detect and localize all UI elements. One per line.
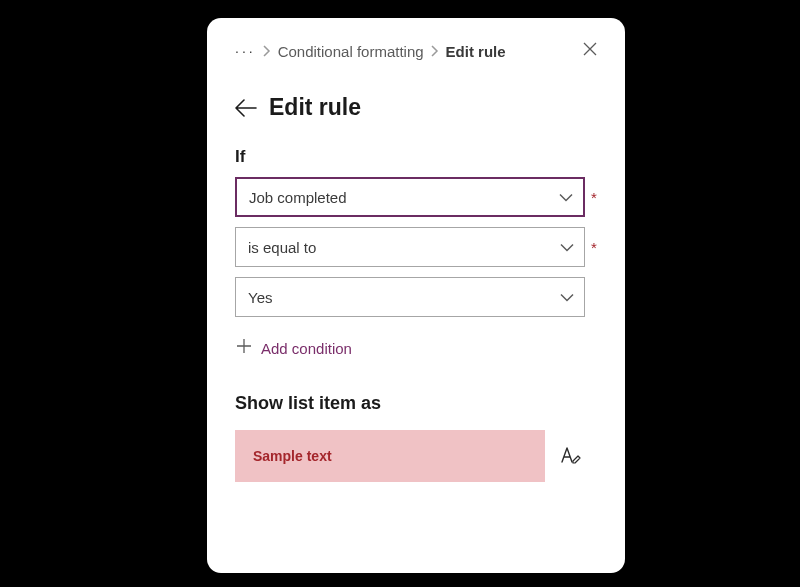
add-condition-label: Add condition bbox=[261, 340, 352, 357]
breadcrumb-overflow[interactable]: ··· bbox=[235, 43, 256, 59]
if-label: If bbox=[235, 147, 607, 167]
operator-row: is equal to * bbox=[235, 227, 607, 267]
required-indicator: * bbox=[591, 239, 601, 256]
preview-label: Show list item as bbox=[235, 393, 603, 414]
field-row: Job completed * bbox=[235, 177, 607, 217]
title-row: Edit rule bbox=[207, 72, 625, 143]
font-edit-icon bbox=[559, 445, 581, 467]
page-title: Edit rule bbox=[269, 94, 361, 121]
operator-value: is equal to bbox=[248, 239, 316, 256]
sample-swatch: Sample text bbox=[235, 430, 545, 482]
breadcrumb-current: Edit rule bbox=[446, 43, 506, 60]
back-button[interactable] bbox=[235, 99, 257, 117]
chevron-down-icon bbox=[560, 289, 574, 306]
operator-dropdown[interactable]: is equal to bbox=[235, 227, 585, 267]
value-row: Yes bbox=[235, 277, 607, 317]
edit-style-button[interactable] bbox=[559, 445, 581, 467]
required-indicator: * bbox=[591, 189, 601, 206]
close-icon bbox=[583, 42, 597, 56]
sample-text: Sample text bbox=[253, 448, 332, 464]
breadcrumb: ··· Conditional formatting Edit rule bbox=[207, 18, 625, 72]
close-button[interactable] bbox=[577, 40, 603, 62]
add-condition-button[interactable]: Add condition bbox=[235, 327, 607, 357]
breadcrumb-parent[interactable]: Conditional formatting bbox=[278, 43, 424, 60]
field-value: Job completed bbox=[249, 189, 347, 206]
preview-section: Show list item as Sample text bbox=[207, 357, 625, 482]
chevron-right-icon bbox=[430, 42, 440, 60]
value-dropdown[interactable]: Yes bbox=[235, 277, 585, 317]
chevron-down-icon bbox=[559, 189, 573, 206]
chevron-right-icon bbox=[262, 42, 272, 60]
condition-section: If Job completed * is equal to * Yes bbox=[207, 143, 625, 357]
chevron-down-icon bbox=[560, 239, 574, 256]
preview-row: Sample text bbox=[235, 430, 603, 482]
plus-icon bbox=[237, 339, 251, 357]
edit-rule-panel: ··· Conditional formatting Edit rule Edi… bbox=[207, 18, 625, 573]
arrow-left-icon bbox=[235, 99, 257, 117]
value-text: Yes bbox=[248, 289, 272, 306]
field-dropdown[interactable]: Job completed bbox=[235, 177, 585, 217]
